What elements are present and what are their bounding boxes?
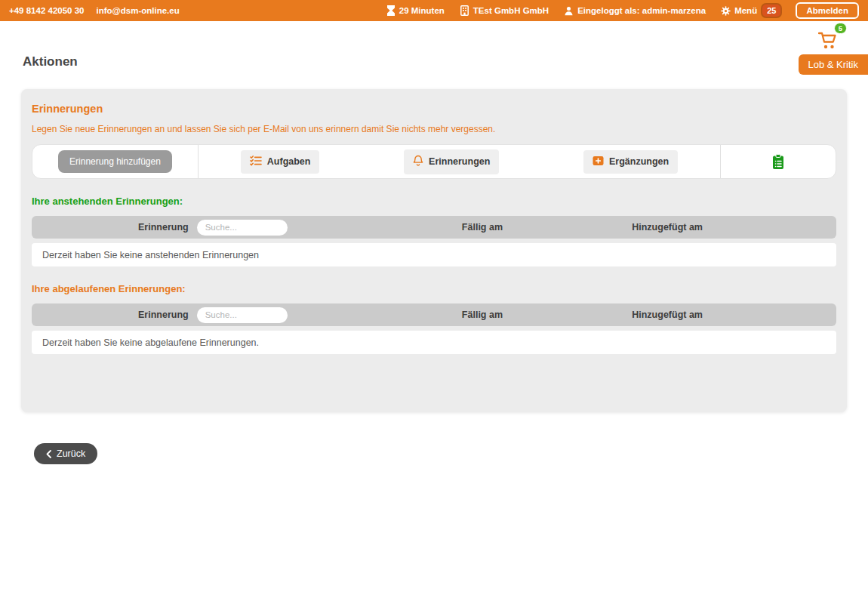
tab-erinnerungen[interactable]: Erinnerungen [404,149,499,174]
clipboard-list-icon [771,154,785,170]
upcoming-heading: Ihre anstehenden Erinnerungen: [32,196,836,207]
back-button-label: Zurück [57,448,85,459]
menu-label: Menü [734,6,757,15]
upcoming-empty-row: Derzeit haben Sie keine anstehenden Erin… [32,243,836,266]
upcoming-col-erinnerung: Erinnerung [32,220,394,236]
menu-button[interactable]: Menü 25 [721,5,780,17]
expired-empty-text: Derzeit haben Sie keine abgelaufene Erin… [42,337,259,348]
expired-col-erinnerung: Erinnerung [32,307,394,323]
tab-ergaenzungen[interactable]: Ergänzungen [583,150,678,174]
tasks-list-icon [250,156,262,168]
session-timer: 29 Minuten [386,5,445,16]
reminders-card: Erinnerungen Legen Sie neue Erinnerungen… [21,89,847,412]
tab-section-middle: Aufgaben Erinnerungen Ergänzungen [199,145,721,178]
expired-empty-row: Derzeit haben Sie keine abgelaufene Erin… [32,331,836,354]
tab-section-add: Erinnerung hinzufügen [32,145,199,178]
tab-clipboard[interactable] [768,151,788,173]
upcoming-search-input[interactable] [197,220,288,236]
expired-table-header: Erinnerung Fällig am Hinzugefügt am [32,303,836,326]
upcoming-table-header: Erinnerung Fällig am Hinzugefügt am [32,216,836,239]
tab-section-clipboard [721,145,836,178]
tab-erinnerungen-label: Erinnerungen [429,156,490,167]
app-root: +49 8142 42050 30 info@dsm-online.eu 29 … [0,0,868,613]
add-square-icon [593,156,604,168]
tab-ergaenzungen-label: Ergänzungen [609,156,669,167]
company-label: TEst GmbH GmbH [473,6,549,15]
chevron-left-icon [46,450,51,458]
phone-label: +49 8142 42050 30 [9,6,84,15]
menu-notification-badge[interactable]: 25 [762,5,780,17]
email-label: info@dsm-online.eu [96,6,179,15]
expired-search-input[interactable] [197,307,288,323]
logout-button[interactable]: Abmelden [796,2,859,19]
top-bar: +49 8142 42050 30 info@dsm-online.eu 29 … [0,0,868,21]
building-icon [460,5,469,16]
feedback-button[interactable]: Lob & Kritik [799,54,868,75]
card-title: Erinnerungen [32,103,836,115]
page-title: Aktionen [23,54,78,69]
expired-heading: Ihre abgelaufenen Erinnerungen: [32,283,836,294]
upcoming-col-erinnerung-label: Erinnerung [138,222,189,233]
cart-button[interactable]: 5 [818,27,844,50]
tab-aufgaben-label: Aufgaben [267,156,311,167]
cart-count-badge: 5 [834,23,847,34]
logged-in-user: Eingeloggt als: admin-marzena [564,6,706,16]
tab-aufgaben[interactable]: Aufgaben [241,150,320,174]
company-selector[interactable]: TEst GmbH GmbH [460,5,549,16]
email-link[interactable]: info@dsm-online.eu [96,6,179,15]
hourglass-icon [386,5,396,16]
session-timer-label: 29 Minuten [399,6,445,15]
logged-in-label: Eingeloggt als: admin-marzena [577,6,706,15]
expired-col-hinzugefuegt: Hinzugefügt am [571,310,764,320]
bell-icon [413,155,423,169]
upcoming-col-hinzugefuegt: Hinzugefügt am [571,222,764,233]
back-button[interactable]: Zurück [34,443,97,464]
add-reminder-button[interactable]: Erinnerung hinzufügen [58,150,172,173]
card-subtitle: Legen Sie neue Erinnerungen an und lasse… [32,124,836,134]
phone-number[interactable]: +49 8142 42050 30 [9,6,84,15]
gear-icon [721,6,731,16]
upcoming-empty-text: Derzeit haben Sie keine anstehenden Erin… [42,250,259,260]
upcoming-col-faellig: Fällig am [394,222,571,233]
reminders-tabbar: Erinnerung hinzufügen Aufgaben Erinnerun… [32,144,836,179]
expired-col-faellig: Fällig am [394,310,571,320]
expired-col-erinnerung-label: Erinnerung [138,310,189,320]
user-icon [564,6,574,16]
